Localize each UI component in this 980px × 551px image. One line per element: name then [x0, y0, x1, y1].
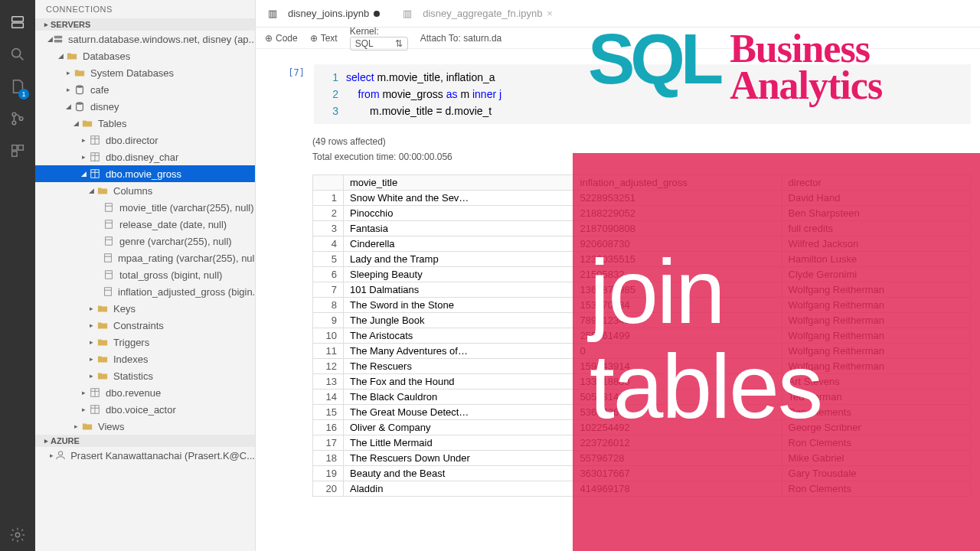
table-director[interactable]: ▸dbo.director	[35, 132, 255, 148]
svg-point-2	[12, 49, 21, 57]
folder-triggers[interactable]: ▸Triggers	[35, 334, 255, 350]
code-cell[interactable]: [7] 1select m.movie_title, inflation_a2 …	[265, 64, 971, 124]
folder-constraints[interactable]: ▸Constraints	[35, 317, 255, 334]
kernel-select[interactable]: SQL⇅	[350, 37, 408, 51]
table-icon	[89, 151, 101, 163]
svg-rect-12	[54, 40, 63, 43]
rows-affected: (49 rows affected)	[256, 130, 980, 148]
table-movie-gross[interactable]: ◢dbo.movie_gross	[35, 165, 255, 182]
svg-rect-24	[106, 204, 113, 212]
table-revenue[interactable]: ▸dbo.revenue	[35, 384, 255, 401]
folder-icon	[96, 302, 109, 315]
databases-folder[interactable]: ◢Databases	[35, 47, 255, 64]
database-icon	[74, 100, 86, 112]
views-folder[interactable]: ▸Views	[35, 418, 255, 435]
activity-notebook-icon[interactable]: 1	[0, 70, 35, 103]
folder-keys[interactable]: ▸Keys	[35, 300, 255, 317]
svg-point-4	[12, 112, 16, 116]
svg-rect-1	[12, 23, 24, 28]
column-icon	[103, 252, 113, 264]
folder-icon	[96, 370, 109, 382]
col-inflation[interactable]: inflation_adjusted_gross (bigin...	[35, 283, 255, 300]
dirty-indicator-icon	[374, 11, 380, 17]
table-icon	[89, 403, 101, 416]
plus-icon: ⊕	[265, 33, 273, 44]
table-icon	[89, 386, 101, 399]
svg-point-13	[77, 85, 83, 88]
table-icon	[89, 134, 101, 146]
col-total-gross[interactable]: total_gross (bigint, null)	[35, 266, 255, 283]
table-disney-char[interactable]: ▸dbo.disney_char	[35, 148, 255, 165]
server-icon	[53, 33, 64, 45]
col-mpaa[interactable]: mpaa_rating (varchar(255), null)	[35, 249, 255, 266]
plus-icon: ⊕	[310, 33, 318, 44]
activity-search-icon[interactable]	[0, 38, 35, 70]
activity-extensions-icon[interactable]	[0, 135, 35, 167]
person-icon	[55, 449, 66, 461]
col-movie-title[interactable]: movie_title (varchar(255), null)	[35, 199, 255, 216]
folder-indexes[interactable]: ▸Indexes	[35, 350, 255, 367]
db-disney[interactable]: ◢disney	[35, 98, 255, 115]
table-voice-actor[interactable]: ▸dbo.voice_actor	[35, 401, 255, 418]
sidebar-title: CONNECTIONS	[35, 0, 255, 18]
editor-tabs: ▥disney_joins.ipynb ▥disney_aggregate_fn…	[256, 0, 980, 28]
svg-rect-9	[12, 152, 17, 156]
azure-account[interactable]: ▸Prasert Kanawattanachai (Prasert.K@C...	[35, 447, 255, 464]
column-icon	[103, 218, 115, 230]
svg-rect-26	[106, 220, 113, 229]
column-icon	[103, 285, 113, 298]
attach-value: saturn.da	[463, 33, 501, 44]
folder-icon	[96, 319, 109, 331]
server-node[interactable]: ◢saturn.database.windows.net, disney (ap…	[35, 31, 255, 47]
tab-disney-aggregate[interactable]: ▥disney_aggregate_fn.ipynb×	[390, 0, 564, 28]
table-icon	[89, 168, 101, 180]
sysdb-folder[interactable]: ▸System Databases	[35, 64, 255, 81]
col-release-date[interactable]: release_date (date, null)	[35, 216, 255, 233]
svg-rect-34	[105, 288, 112, 296]
add-text-button[interactable]: ⊕Text	[310, 33, 338, 44]
svg-rect-8	[18, 145, 23, 150]
section-azure[interactable]: ▸AZURE	[35, 435, 255, 447]
col-genre[interactable]: genre (varchar(255), null)	[35, 233, 255, 249]
cell-prompt: [7]	[265, 64, 314, 124]
notebook-toolbar: ⊕Code ⊕Text Kernel: SQL⇅ Attach To: satu…	[256, 28, 980, 49]
activity-settings-icon[interactable]	[0, 519, 35, 551]
folder-icon	[96, 353, 109, 365]
code-editor[interactable]: 1select m.movie_title, inflation_a2 from…	[314, 64, 971, 124]
activity-scm-icon[interactable]	[0, 103, 35, 135]
section-servers[interactable]: ▸SERVERS	[35, 18, 255, 31]
svg-point-5	[12, 121, 16, 125]
svg-point-10	[15, 533, 20, 537]
exec-time: Total execution time: 00:00:00.056	[256, 148, 980, 170]
column-icon	[103, 269, 115, 281]
notebook-icon: ▥	[401, 8, 413, 20]
svg-rect-30	[105, 254, 112, 262]
results-table[interactable]: movie_titleinflation_adjusted_grossdirec…	[312, 174, 971, 497]
svg-rect-7	[12, 145, 17, 150]
svg-point-14	[77, 102, 83, 105]
svg-rect-32	[106, 271, 113, 279]
attach-label: Attach To:	[420, 33, 461, 44]
notebook-badge: 1	[18, 89, 29, 99]
folder-icon	[96, 184, 109, 197]
columns-folder[interactable]: ◢Columns	[35, 182, 255, 199]
column-icon	[103, 235, 115, 247]
database-icon	[74, 83, 86, 96]
svg-line-3	[20, 57, 24, 60]
svg-rect-0	[12, 17, 24, 21]
kernel-label: Kernel:	[350, 26, 379, 37]
folder-icon	[81, 117, 93, 129]
db-cafe[interactable]: ▸cafe	[35, 81, 255, 98]
column-icon	[103, 201, 115, 214]
close-icon[interactable]: ×	[547, 8, 553, 19]
svg-point-42	[59, 452, 63, 455]
folder-icon	[81, 420, 93, 432]
tab-disney-joins[interactable]: ▥disney_joins.ipynb	[256, 0, 390, 28]
svg-rect-11	[54, 36, 63, 39]
add-code-button[interactable]: ⊕Code	[265, 33, 298, 44]
activity-server-icon[interactable]	[0, 6, 35, 38]
folder-icon	[74, 67, 86, 79]
svg-rect-28	[106, 237, 113, 246]
tables-folder[interactable]: ◢Tables	[35, 115, 255, 132]
folder-statistics[interactable]: ▸Statistics	[35, 367, 255, 384]
